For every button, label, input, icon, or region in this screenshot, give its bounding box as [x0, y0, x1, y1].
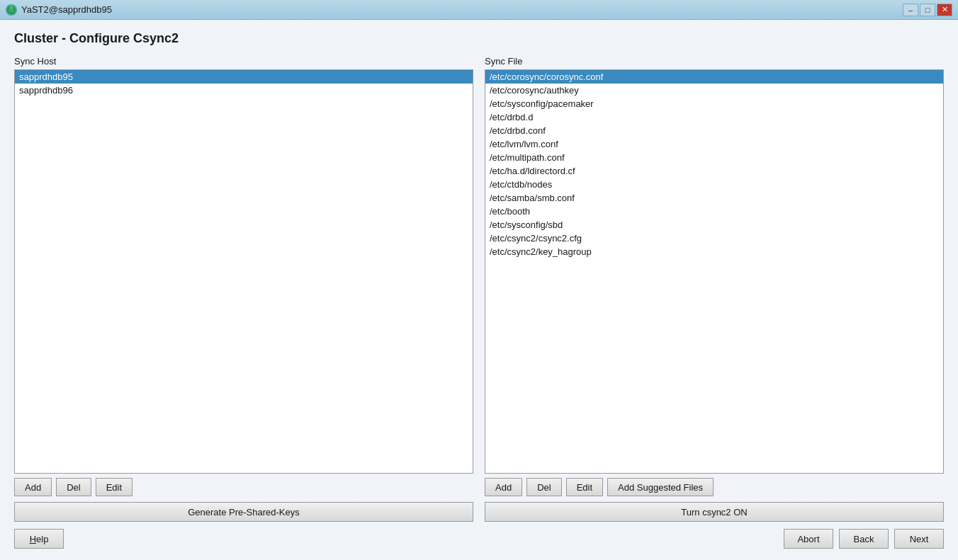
next-button[interactable]: Next: [894, 529, 944, 549]
main-content: Cluster - Configure Csync2 Sync Host sap…: [0, 20, 958, 560]
generate-keys-button[interactable]: Generate Pre-Shared-Keys: [14, 502, 473, 522]
help-underline: Help: [30, 534, 49, 544]
list-item[interactable]: /etc/multipath.conf: [485, 151, 943, 164]
abort-button[interactable]: Abort: [784, 529, 833, 549]
window-title: YaST2@sapprdhdb95: [21, 4, 112, 15]
sync-host-edit-button[interactable]: Edit: [96, 478, 133, 496]
list-item[interactable]: /etc/drbd.d: [485, 110, 943, 124]
sync-file-buttons: Add Del Edit Add Suggested Files: [485, 478, 944, 496]
list-item[interactable]: /etc/corosync/corosync.conf: [485, 70, 943, 84]
footer-right: Abort Back Next: [784, 529, 944, 549]
list-item[interactable]: sapprdhdb95: [15, 70, 473, 84]
help-button[interactable]: Help: [14, 529, 64, 549]
sync-file-panel: Sync File /etc/corosync/corosync.conf/et…: [485, 56, 944, 496]
sync-file-label: Sync File: [485, 56, 944, 67]
titlebar: YaST2@sapprdhdb95 – □ ✕: [0, 0, 958, 20]
sync-host-buttons: Add Del Edit: [14, 478, 473, 496]
list-item[interactable]: /etc/samba/smb.conf: [485, 191, 943, 205]
sync-host-del-button[interactable]: Del: [56, 478, 91, 496]
sync-host-add-button[interactable]: Add: [14, 478, 52, 496]
close-button[interactable]: ✕: [937, 4, 952, 16]
footer-left: Help: [14, 529, 64, 549]
list-item[interactable]: /etc/sysconfig/sbd: [485, 218, 943, 232]
list-item[interactable]: /etc/ha.d/ldirectord.cf: [485, 164, 943, 178]
window-controls: – □ ✕: [903, 4, 952, 16]
turn-csync2-button[interactable]: Turn csync2 ON: [485, 502, 944, 522]
list-item[interactable]: /etc/sysconfig/pacemaker: [485, 97, 943, 110]
app-icon: [6, 4, 17, 16]
sync-file-add-button[interactable]: Add: [485, 478, 522, 496]
footer: Help Abort Back Next: [14, 529, 944, 549]
add-suggested-files-button[interactable]: Add Suggested Files: [607, 478, 714, 496]
list-item[interactable]: /etc/csync2/key_hagroup: [485, 245, 943, 258]
sync-file-list[interactable]: /etc/corosync/corosync.conf/etc/corosync…: [485, 69, 944, 474]
back-button[interactable]: Back: [839, 529, 889, 549]
minimize-button[interactable]: –: [903, 4, 918, 16]
list-item[interactable]: /etc/ctdb/nodes: [485, 178, 943, 191]
sync-file-edit-button[interactable]: Edit: [566, 478, 603, 496]
sync-host-panel: Sync Host sapprdhdb95sapprdhdb96 Add Del…: [14, 56, 473, 496]
list-item[interactable]: /etc/drbd.conf: [485, 124, 943, 137]
list-item[interactable]: /etc/lvm/lvm.conf: [485, 137, 943, 151]
titlebar-left: YaST2@sapprdhdb95: [6, 4, 112, 16]
list-item[interactable]: /etc/booth: [485, 205, 943, 218]
panels-container: Sync Host sapprdhdb95sapprdhdb96 Add Del…: [14, 56, 944, 496]
list-item[interactable]: /etc/corosync/authkey: [485, 84, 943, 97]
bottom-row: Generate Pre-Shared-Keys Turn csync2 ON: [14, 502, 944, 522]
list-item[interactable]: sapprdhdb96: [15, 84, 473, 97]
list-item[interactable]: /etc/csync2/csync2.cfg: [485, 232, 943, 245]
sync-host-label: Sync Host: [14, 56, 473, 67]
page-title: Cluster - Configure Csync2: [14, 31, 944, 46]
sync-host-list[interactable]: sapprdhdb95sapprdhdb96: [14, 69, 473, 474]
maximize-button[interactable]: □: [920, 4, 935, 16]
sync-file-del-button[interactable]: Del: [526, 478, 562, 496]
